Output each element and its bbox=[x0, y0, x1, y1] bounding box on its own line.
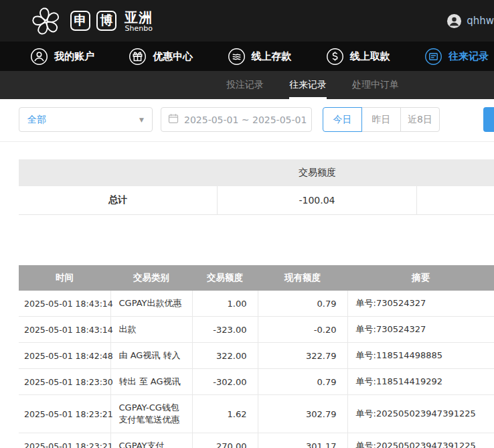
table-cell: CGPAY-CG钱包支付笔笔送优惠 bbox=[110, 395, 192, 433]
nav-item-withdraw[interactable]: 线上取款 bbox=[326, 48, 390, 66]
subnav-tab[interactable]: 处理中订单 bbox=[352, 71, 399, 99]
column-header: 现有额度 bbox=[258, 265, 347, 291]
table-row: 2025-05-01 18:43:14CGPAY出款优惠1.000.79单号:7… bbox=[19, 291, 494, 317]
table-row: 2025-05-01 18:23:21CGPAY支付270.00301.17单号… bbox=[19, 433, 494, 448]
brand-char-shen: 申 bbox=[70, 11, 90, 31]
table-cell: 2025-05-01 18:43:14 bbox=[19, 291, 110, 317]
user-icon bbox=[30, 48, 48, 66]
main-nav: 我的账户优惠中心线上存款线上取款往来记录 bbox=[0, 42, 494, 71]
summary-header-empty-right bbox=[417, 159, 494, 186]
subnav-tab[interactable]: 投注记录 bbox=[226, 71, 264, 99]
nav-item-label: 往来记录 bbox=[448, 50, 489, 63]
search-button[interactable] bbox=[483, 107, 494, 132]
table-cell: 1.00 bbox=[192, 291, 258, 317]
nav-item-deposit[interactable]: 线上存款 bbox=[228, 48, 292, 66]
table-cell: 0.79 bbox=[258, 369, 347, 395]
nav-item-label: 我的账户 bbox=[54, 50, 94, 63]
filter-bar: 全部 ▼ 2025-05-01 ~ 2025-05-01 今日昨日近8日 bbox=[0, 99, 494, 142]
table-cell: 2025-05-01 18:23:21 bbox=[19, 395, 110, 433]
table-row: 2025-05-01 18:43:14出款-323.00-0.20单号:7305… bbox=[19, 317, 494, 343]
table-cell: 301.17 bbox=[258, 433, 347, 448]
summary-header-amount: 交易额度 bbox=[218, 159, 417, 186]
table-cell: CGPAY出款优惠 bbox=[110, 291, 192, 317]
category-select[interactable]: 全部 ▼ bbox=[19, 107, 153, 132]
brand-region-text: 亚洲 bbox=[125, 10, 153, 25]
table-cell: 出款 bbox=[110, 317, 192, 343]
summary-total-empty bbox=[417, 186, 494, 214]
records-table-head-row: 时间交易类别交易额度现有额度摘要 bbox=[19, 265, 494, 291]
nav-item-label: 优惠中心 bbox=[153, 50, 193, 63]
deposit-icon bbox=[228, 48, 246, 66]
nav-item-user[interactable]: 我的账户 bbox=[30, 48, 94, 66]
nav-item-records[interactable]: 往来记录 bbox=[424, 48, 489, 66]
top-header: 申 博 亚洲 Shenbo qhhw bbox=[0, 0, 494, 42]
brand-subtitle: Shenbo bbox=[125, 25, 153, 32]
table-cell: 302.79 bbox=[258, 395, 347, 433]
nav-item-label: 线上取款 bbox=[350, 50, 390, 63]
column-header: 交易额度 bbox=[192, 265, 258, 291]
table-cell: 2025-05-01 18:43:14 bbox=[19, 317, 110, 343]
table-cell: -0.20 bbox=[258, 317, 347, 343]
summary-header-row: 交易额度 bbox=[19, 159, 494, 186]
table-cell: -323.00 bbox=[192, 317, 258, 343]
table-cell: 0.79 bbox=[258, 291, 347, 317]
withdraw-icon bbox=[326, 48, 344, 66]
subnav-tab[interactable]: 往来记录 bbox=[289, 71, 327, 99]
column-header: 时间 bbox=[19, 265, 110, 291]
table-cell: 单号:118514498885 bbox=[347, 343, 494, 369]
user-avatar-icon bbox=[446, 13, 462, 29]
account-area[interactable]: qhhw bbox=[446, 13, 494, 29]
quick-date-button[interactable]: 今日 bbox=[323, 107, 362, 132]
gift-icon bbox=[129, 48, 147, 66]
table-cell: -302.00 bbox=[192, 369, 258, 395]
records-icon bbox=[424, 48, 442, 66]
calendar-icon bbox=[168, 113, 179, 127]
table-cell: CGPAY支付 bbox=[110, 433, 192, 448]
date-range-input[interactable]: 2025-05-01 ~ 2025-05-01 bbox=[161, 107, 312, 132]
records-table-body: 2025-05-01 18:43:14CGPAY出款优惠1.000.79单号:7… bbox=[19, 291, 494, 448]
table-cell: 1.62 bbox=[192, 395, 258, 433]
table-cell: 单号:730524327 bbox=[347, 317, 494, 343]
chevron-down-icon: ▼ bbox=[139, 117, 144, 123]
table-cell: 转出 至 AG视讯 bbox=[110, 369, 192, 395]
quick-date-button[interactable]: 近8日 bbox=[400, 107, 440, 132]
records-table: 时间交易类别交易额度现有额度摘要 2025-05-01 18:43:14CGPA… bbox=[19, 265, 494, 448]
username: qhhw bbox=[467, 15, 494, 27]
table-cell: 2025-05-01 18:42:48 bbox=[19, 343, 110, 369]
column-header: 交易类别 bbox=[110, 265, 192, 291]
summary-header-empty bbox=[19, 159, 218, 186]
brand-char-bo: 博 bbox=[96, 11, 116, 31]
table-row: 2025-05-01 18:23:21CGPAY-CG钱包支付笔笔送优惠1.62… bbox=[19, 395, 494, 433]
table-cell: 单号:202505023947391225 bbox=[347, 433, 494, 448]
nav-item-label: 线上存款 bbox=[252, 50, 292, 63]
quick-date-button[interactable]: 昨日 bbox=[361, 107, 401, 132]
date-range-value: 2025-05-01 ~ 2025-05-01 bbox=[184, 115, 307, 125]
brand-logo: 申 博 亚洲 Shenbo bbox=[28, 4, 153, 38]
summary-total-value: -100.04 bbox=[218, 186, 417, 214]
table-cell: 270.00 bbox=[192, 433, 258, 448]
brand-region-block: 亚洲 Shenbo bbox=[125, 10, 153, 32]
table-cell: 单号:202505023947391225 bbox=[347, 395, 494, 433]
flower-logo-icon bbox=[28, 4, 64, 38]
table-cell: 2025-05-01 18:23:21 bbox=[19, 433, 110, 448]
table-cell: 322.00 bbox=[192, 343, 258, 369]
summary-total-label: 总计 bbox=[19, 186, 218, 214]
table-cell: 单号:118514419292 bbox=[347, 369, 494, 395]
table-cell: 322.79 bbox=[258, 343, 347, 369]
table-cell: 2025-05-01 18:23:30 bbox=[19, 369, 110, 395]
summary-total-row: 总计 -100.04 bbox=[19, 186, 494, 215]
table-row: 2025-05-01 18:23:30转出 至 AG视讯-302.000.79单… bbox=[19, 369, 494, 395]
table-row: 2025-05-01 18:42:48由 AG视讯 转入322.00322.79… bbox=[19, 343, 494, 369]
table-cell: 由 AG视讯 转入 bbox=[110, 343, 192, 369]
table-cell: 单号:730524327 bbox=[347, 291, 494, 317]
sub-nav: 投注记录往来记录处理中订单 bbox=[0, 71, 494, 99]
nav-item-gift[interactable]: 优惠中心 bbox=[129, 48, 193, 66]
summary-table: 交易额度 总计 -100.04 bbox=[19, 159, 494, 215]
quick-date-buttons: 今日昨日近8日 bbox=[323, 107, 440, 132]
category-select-value: 全部 bbox=[27, 114, 46, 126]
column-header: 摘要 bbox=[347, 265, 494, 291]
